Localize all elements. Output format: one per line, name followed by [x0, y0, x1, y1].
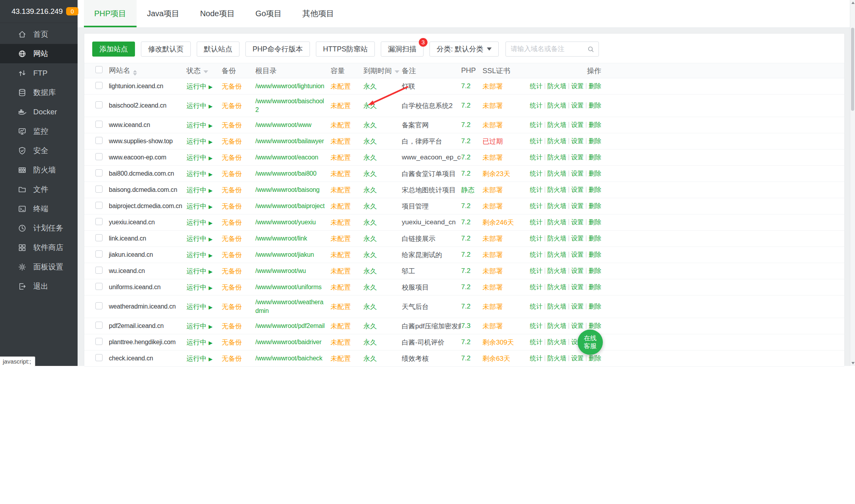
- site-remark[interactable]: 白酱-司机评价: [402, 338, 461, 347]
- backup-status[interactable]: 无备份: [222, 322, 255, 331]
- sidebar-item-db[interactable]: 数据库: [0, 83, 78, 102]
- action-firewall[interactable]: 防火墙: [547, 102, 566, 110]
- action-settings[interactable]: 设置: [571, 102, 584, 110]
- expire-status[interactable]: 永久: [363, 338, 402, 347]
- action-settings[interactable]: 设置: [571, 235, 584, 243]
- action-settings[interactable]: 设置: [571, 137, 584, 146]
- site-name[interactable]: www.iceand.cn: [109, 121, 186, 129]
- action-delete[interactable]: 删除: [589, 82, 601, 91]
- action-settings[interactable]: 设置: [571, 267, 584, 275]
- header-expire[interactable]: 到期时间: [363, 66, 402, 76]
- row-checkbox[interactable]: [95, 101, 103, 108]
- site-status[interactable]: 运行中▶: [186, 322, 222, 331]
- ssl-status[interactable]: 未部署: [483, 302, 528, 311]
- action-firewall[interactable]: 防火墙: [547, 170, 566, 178]
- header-site-name[interactable]: 网站名: [109, 66, 186, 76]
- action-delete[interactable]: 删除: [589, 322, 601, 330]
- action-delete[interactable]: 删除: [589, 283, 601, 292]
- php-version[interactable]: 7.2: [461, 121, 483, 129]
- ssl-status[interactable]: 剩余63天: [483, 354, 528, 363]
- action-settings[interactable]: 设置: [571, 218, 584, 227]
- ssl-status[interactable]: 未部署: [483, 153, 528, 162]
- site-remark[interactable]: 项目管理: [402, 202, 461, 211]
- action-firewall[interactable]: 防火墙: [547, 251, 566, 259]
- site-remark[interactable]: 给家昆测试的: [402, 250, 461, 260]
- sidebar-item-docker[interactable]: Docker: [0, 102, 78, 121]
- sidebar-item-safe[interactable]: 安全: [0, 141, 78, 160]
- action-delete[interactable]: 删除: [589, 354, 601, 363]
- action-stats[interactable]: 统计: [530, 338, 543, 347]
- expire-status[interactable]: 永久: [363, 186, 402, 195]
- action-stats[interactable]: 统计: [530, 102, 543, 110]
- site-status[interactable]: 运行中▶: [186, 153, 222, 162]
- sidebar-item-cron[interactable]: 计划任务: [0, 218, 78, 238]
- quota-status[interactable]: 未配置: [331, 322, 363, 331]
- site-root-path[interactable]: /www/wwwroot/wu: [255, 267, 331, 275]
- row-checkbox[interactable]: [95, 186, 103, 193]
- row-checkbox[interactable]: [95, 153, 103, 160]
- action-settings[interactable]: 设置: [571, 82, 584, 91]
- action-settings[interactable]: 设置: [571, 303, 584, 311]
- sidebar-item-files[interactable]: 文件: [0, 180, 78, 199]
- site-status[interactable]: 运行中▶: [186, 82, 222, 91]
- backup-status[interactable]: 无备份: [222, 283, 255, 292]
- quota-status[interactable]: 未配置: [331, 186, 363, 195]
- category-dropdown[interactable]: 分类: 默认分类: [429, 42, 499, 57]
- row-checkbox[interactable]: [95, 169, 103, 176]
- php-version[interactable]: 7.2: [461, 170, 483, 178]
- action-delete[interactable]: 删除: [589, 218, 601, 227]
- expire-status[interactable]: 永久: [363, 137, 402, 146]
- action-stats[interactable]: 统计: [530, 267, 543, 275]
- site-remark[interactable]: 校服项目: [402, 283, 461, 292]
- online-service-button[interactable]: 在线 客服: [578, 330, 603, 355]
- quota-status[interactable]: 未配置: [331, 202, 363, 211]
- site-status[interactable]: 运行中▶: [186, 302, 222, 311]
- search-input[interactable]: [510, 45, 587, 53]
- ssl-status[interactable]: 剩余309天: [483, 338, 528, 347]
- backup-status[interactable]: 无备份: [222, 82, 255, 91]
- backup-status[interactable]: 无备份: [222, 202, 255, 211]
- expire-status[interactable]: 永久: [363, 82, 402, 91]
- quota-status[interactable]: 未配置: [331, 218, 363, 227]
- expire-status[interactable]: 永久: [363, 302, 402, 311]
- tab-php[interactable]: PHP项目: [84, 0, 137, 27]
- action-firewall[interactable]: 防火墙: [547, 121, 566, 129]
- expire-status[interactable]: 永久: [363, 121, 402, 130]
- ssl-status[interactable]: 未部署: [483, 267, 528, 276]
- action-stats[interactable]: 统计: [530, 218, 543, 227]
- sidebar-item-firewall[interactable]: 防火墙: [0, 160, 78, 180]
- action-settings[interactable]: 设置: [571, 186, 584, 194]
- ssl-status[interactable]: 未部署: [483, 202, 528, 211]
- php-version[interactable]: 7.2: [461, 235, 483, 243]
- site-root-path[interactable]: /www/wwwroot/baicheck: [255, 354, 331, 363]
- site-status[interactable]: 运行中▶: [186, 186, 222, 195]
- select-all-checkbox[interactable]: [95, 66, 103, 73]
- action-settings[interactable]: 设置: [571, 153, 584, 162]
- quota-status[interactable]: 未配置: [331, 338, 363, 347]
- action-firewall[interactable]: 防火墙: [547, 322, 566, 330]
- default-site-button[interactable]: 默认站点: [197, 42, 239, 57]
- quota-status[interactable]: 未配置: [331, 153, 363, 162]
- search-icon[interactable]: [587, 45, 595, 53]
- php-version[interactable]: 7.2: [461, 82, 483, 90]
- site-status[interactable]: 运行中▶: [186, 234, 222, 243]
- sidebar-item-term[interactable]: 终端: [0, 199, 78, 218]
- action-settings[interactable]: 设置: [571, 322, 584, 330]
- row-checkbox[interactable]: [95, 82, 103, 89]
- site-status[interactable]: 运行中▶: [186, 338, 222, 347]
- site-remark[interactable]: 白链接展示: [402, 234, 461, 243]
- action-delete[interactable]: 删除: [589, 303, 601, 311]
- https-guard-button[interactable]: HTTPS防窜站: [316, 42, 375, 57]
- site-root-path[interactable]: /www/wwwroot/baischool2: [255, 97, 331, 114]
- action-settings[interactable]: 设置: [571, 283, 584, 292]
- php-version[interactable]: 7.2: [461, 153, 483, 161]
- site-remark[interactable]: 宋总地图统计项目: [402, 186, 461, 195]
- quota-status[interactable]: 未配置: [331, 121, 363, 130]
- default-page-button[interactable]: 修改默认页: [141, 42, 191, 57]
- sort-icon[interactable]: [133, 70, 137, 76]
- action-firewall[interactable]: 防火墙: [547, 338, 566, 347]
- row-checkbox[interactable]: [95, 250, 103, 258]
- site-name[interactable]: lightunion.iceand.cn: [109, 82, 186, 91]
- action-settings[interactable]: 设置: [571, 202, 584, 210]
- ssl-status[interactable]: 未部署: [483, 82, 528, 91]
